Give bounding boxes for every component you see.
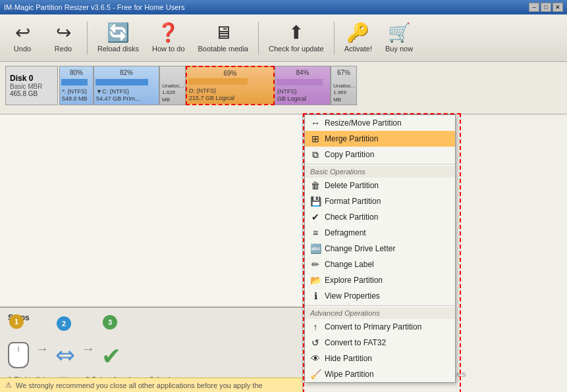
step-1-circle: 1 [9, 314, 24, 329]
menu-item-copy[interactable]: ⧉ Copy Partition [305, 147, 455, 162]
partition-4-d[interactable]: 69% D: (NTFS) 215.7 GB Logical [186, 66, 275, 105]
main-content: Steps 1 → 2 ⇔ [0, 114, 567, 392]
disk-row: Disk 0 Basic MBR 465.8 GB 80% *: (NTFS) … [5, 66, 562, 105]
activate-label: Activate! [344, 45, 372, 53]
partition-5[interactable]: 84% (NTFS) GB Logical [275, 66, 331, 105]
step-3-circle: 3 [103, 315, 117, 330]
merge-icon: ⇔ [55, 341, 75, 369]
menu-item-copy-label: Copy Partition [325, 150, 374, 159]
menu-item-delete[interactable]: 🗑 Delete Partition [305, 178, 455, 193]
toolbar-separator-2 [258, 22, 259, 55]
menu-item-wipe[interactable]: 🧹 Wipe Partition [305, 366, 455, 382]
format-icon: 💾 [310, 196, 321, 207]
left-panel: Steps 1 → 2 ⇔ [0, 114, 303, 392]
undo-label: Undo [14, 45, 31, 53]
toolbar: ↩ Undo ↪ Redo 🔄 Reload disks ❓ How to do… [0, 14, 567, 62]
undo-icon: ↩ [15, 24, 30, 42]
menu-item-merge-label: Merge Partition [325, 134, 378, 143]
menu-item-defrag-label: Defragment [325, 228, 366, 237]
howto-icon: ❓ [157, 24, 180, 42]
buy-label: Buy now [385, 45, 413, 53]
minimize-button[interactable]: – [529, 3, 539, 12]
menu-item-convert-fat-label: Convert to FAT32 [325, 338, 386, 347]
step-2-circle: 2 [57, 316, 71, 331]
partition-3-unalloc[interactable]: Unalloc... 1.626 MB [159, 66, 186, 105]
bootable-icon: 🖥 [214, 24, 232, 42]
menu-item-explore[interactable]: 📂 Explore Partition [305, 272, 455, 288]
maximize-button[interactable]: □ [541, 3, 551, 12]
menu-item-check[interactable]: ✔ Check Partition [305, 209, 455, 225]
menu-item-convert-fat[interactable]: ↺ Convert to FAT32 [305, 335, 455, 351]
partition-1[interactable]: 80% *: (NTFS) 549.0 MB [59, 66, 94, 105]
step-2-label: 2 [62, 320, 66, 328]
partition-2[interactable]: 82% ▼C: (NTFS) 54.47 GB Prim... [94, 66, 159, 105]
merge-menu-icon: ⊞ [310, 134, 321, 144]
menu-item-explore-label: Explore Partition [325, 276, 383, 285]
menu-item-defrag[interactable]: ≡ Defragment [305, 225, 455, 241]
partition-1-bar [61, 79, 88, 86]
menu-item-changelabel[interactable]: ✏ Change Label [305, 257, 455, 272]
step-3-label: 3 [108, 318, 112, 326]
step-2-container: 2 ⇔ [55, 330, 75, 369]
check-update-icon: ⬆ [288, 24, 304, 42]
convert-primary-icon: ↑ [310, 322, 321, 332]
redo-icon: ↪ [56, 24, 71, 42]
window-title: IM-Magic Partition Resizer v3.6.5 - Free… [4, 3, 184, 11]
redo-button[interactable]: ↪ Redo [43, 17, 83, 59]
title-bar-controls: – □ ✕ [529, 3, 563, 12]
context-menu: ↔ Resize/Move Partition ⊞ Merge Partitio… [304, 114, 456, 383]
steps-title: Steps [8, 313, 294, 322]
partition-2-bar [95, 79, 148, 86]
bootable-button[interactable]: 🖥 Bootable media [192, 17, 254, 59]
disk-name: Disk 0 [10, 74, 53, 83]
howto-button[interactable]: ❓ How to do [146, 17, 191, 59]
checkmark-icon: ✔ [101, 343, 121, 370]
hide-icon: 👁 [310, 353, 321, 364]
delete-icon: 🗑 [310, 180, 321, 191]
menu-sep-1 [305, 164, 455, 164]
activate-icon: 🔑 [346, 24, 369, 42]
disk-size: 465.8 GB [10, 90, 53, 97]
disk-type: Basic MBR [10, 83, 53, 90]
partition-4-bar [188, 78, 248, 85]
explore-icon: 📂 [310, 275, 321, 285]
wipe-icon: 🧹 [310, 369, 321, 380]
buy-button[interactable]: 🛒 Buy now [379, 17, 419, 59]
resize-icon: ↔ [310, 118, 321, 128]
copy-icon: ⧉ [310, 149, 321, 160]
convert-fat-icon: ↺ [310, 337, 321, 348]
buy-icon: 🛒 [388, 24, 411, 42]
menu-item-properties-label: View Properties [325, 291, 380, 301]
disk-label: Disk 0 Basic MBR 465.8 GB [5, 66, 58, 105]
reload-label: Reload disks [97, 45, 139, 53]
title-bar: IM-Magic Partition Resizer v3.6.5 - Free… [0, 0, 567, 14]
check-update-button[interactable]: ⬆ Check for update [263, 17, 330, 59]
menu-item-format[interactable]: 💾 Format Partition [305, 193, 455, 209]
menu-sep-2 [305, 305, 455, 306]
menu-item-properties[interactable]: ℹ View Properties [305, 288, 455, 304]
changeletter-icon: 🔤 [310, 243, 321, 254]
menu-item-convert-primary[interactable]: ↑ Convert to Primary Partition [305, 319, 455, 335]
menu-item-merge[interactable]: ⊞ Merge Partition [305, 131, 455, 147]
menu-item-changelabel-label: Change Label [325, 260, 374, 269]
step-arrow-1: → [36, 341, 49, 356]
step-1-container: 1 [8, 328, 29, 370]
steps-visual: 1 → 2 ⇔ → 3 [8, 328, 294, 370]
menu-item-format-label: Format Partition [325, 197, 381, 206]
howto-label: How to do [152, 45, 185, 53]
partition-6-unalloc[interactable]: 67% Unalloc... 1.969 MB [331, 66, 357, 105]
menu-item-resize[interactable]: ↔ Resize/Move Partition [305, 115, 455, 131]
toolbar-separator-3 [334, 22, 335, 55]
disk-area: Disk 0 Basic MBR 465.8 GB 80% *: (NTFS) … [0, 62, 567, 114]
redo-label: Redo [55, 45, 72, 53]
check-update-label: Check for update [269, 45, 324, 53]
menu-item-hide[interactable]: 👁 Hide Partition [305, 351, 455, 366]
reload-icon: 🔄 [107, 24, 130, 42]
advanced-ops-header: Advanced Operations [305, 307, 455, 319]
activate-button[interactable]: 🔑 Activate! [338, 17, 378, 59]
menu-item-changeletter[interactable]: 🔤 Change Drive Letter [305, 241, 455, 257]
reload-button[interactable]: 🔄 Reload disks [92, 17, 145, 59]
menu-item-convert-primary-label: Convert to Primary Partition [325, 322, 421, 331]
close-button[interactable]: ✕ [553, 3, 563, 12]
undo-button[interactable]: ↩ Undo [3, 17, 42, 59]
